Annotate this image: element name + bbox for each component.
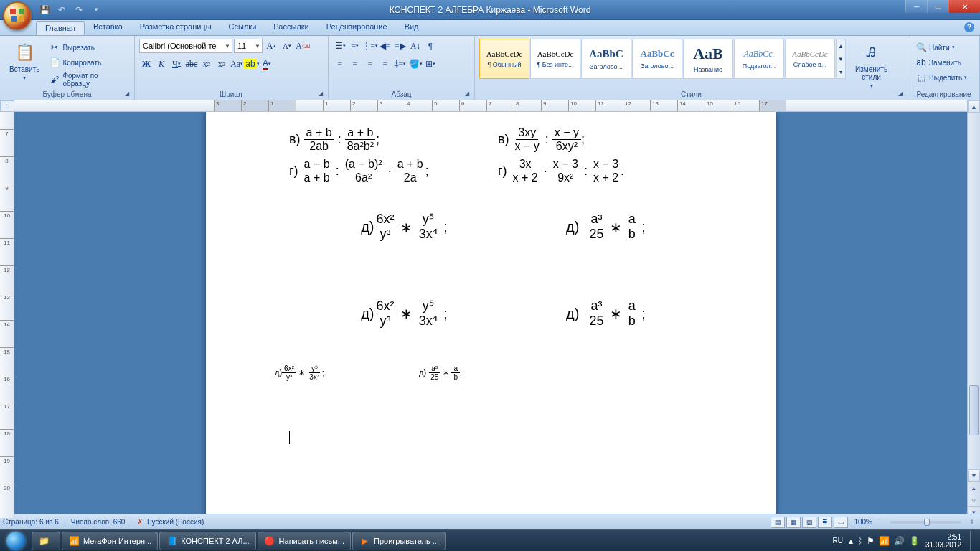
tab-view[interactable]: Вид bbox=[396, 20, 428, 35]
change-styles-button[interactable]: Ꭿ Изменить стили ▾ bbox=[850, 39, 892, 91]
zoom-out-button[interactable]: − bbox=[874, 518, 884, 526]
align-left-button[interactable]: ≡ bbox=[333, 57, 347, 71]
font-size-combo[interactable]: 11▼ bbox=[234, 39, 263, 53]
language-status[interactable]: Русский (Россия) bbox=[147, 518, 204, 526]
qat-more-icon[interactable]: ▼ bbox=[89, 3, 103, 17]
sort-button[interactable]: A↓ bbox=[408, 39, 423, 53]
highlight-button[interactable]: ab▾ bbox=[245, 57, 259, 71]
scroll-down-icon[interactable]: ▼ bbox=[968, 469, 980, 481]
help-icon[interactable]: ? bbox=[964, 22, 974, 32]
style-item[interactable]: AaBНазвание bbox=[683, 39, 733, 79]
italic-button[interactable]: К bbox=[154, 57, 169, 71]
full-screen-view-icon[interactable]: ▦ bbox=[786, 517, 801, 528]
find-button[interactable]: 🔍Найти▾ bbox=[913, 40, 970, 55]
ruler-corner[interactable]: L bbox=[0, 100, 14, 112]
taskbar-item[interactable]: 📘КОНСПЕКТ 2 АЛ... bbox=[159, 532, 255, 550]
replace-button[interactable]: abЗаменить bbox=[913, 55, 970, 70]
tab-insert[interactable]: Вставка bbox=[85, 20, 131, 35]
taskbar-item[interactable]: 📶МегаФон Интерн... bbox=[62, 532, 158, 550]
save-icon[interactable]: 💾 bbox=[37, 3, 52, 17]
line-spacing-button[interactable]: ‡≡▾ bbox=[393, 57, 407, 71]
gallery-down-icon[interactable]: ▼ bbox=[837, 52, 845, 65]
zoom-slider[interactable] bbox=[890, 521, 961, 524]
strike-button[interactable]: abc bbox=[184, 57, 199, 71]
style-item[interactable]: AaBbCc.Подзагол... bbox=[734, 39, 784, 79]
gallery-up-icon[interactable]: ▲ bbox=[837, 39, 845, 52]
maximize-button[interactable]: ▭ bbox=[927, 0, 948, 13]
language-indicator[interactable]: RU bbox=[832, 537, 842, 545]
tray-bt-icon[interactable]: ᛒ bbox=[857, 536, 862, 546]
tab-page-layout[interactable]: Разметка страницы bbox=[131, 20, 220, 35]
clock[interactable]: 2:51 31.03.2012 bbox=[925, 533, 961, 549]
shading-button[interactable]: 🪣▾ bbox=[408, 57, 423, 71]
bold-button[interactable]: Ж bbox=[139, 57, 154, 71]
bullets-button[interactable]: ☰▾ bbox=[333, 39, 347, 53]
tray-network-icon[interactable]: 📶 bbox=[879, 536, 890, 546]
style-item[interactable]: AaBbCcЗаголово... bbox=[632, 39, 682, 79]
style-item[interactable]: AaBbCcDcСлабое в... bbox=[785, 39, 835, 79]
paste-button[interactable]: 📋 Вставить ▾ bbox=[4, 39, 44, 83]
start-button[interactable] bbox=[1, 531, 30, 551]
horizontal-ruler[interactable]: 3211234567891011121314151617 bbox=[14, 100, 967, 112]
minimize-button[interactable]: ─ bbox=[905, 0, 927, 13]
page-status[interactable]: Страница: 6 из 6 bbox=[3, 518, 59, 526]
subscript-button[interactable]: x2 bbox=[199, 57, 214, 71]
cut-button[interactable]: ✂Вырезать bbox=[46, 40, 130, 55]
style-item[interactable]: AaBbCcDc¶ Обычный bbox=[479, 39, 529, 79]
font-launcher-icon[interactable]: ◢ bbox=[319, 90, 326, 98]
justify-button[interactable]: ≡ bbox=[378, 57, 392, 71]
scroll-up-icon[interactable]: ▲ bbox=[968, 100, 980, 113]
style-item[interactable]: AaBbCcDc¶ Без инте... bbox=[530, 39, 580, 79]
scroll-track[interactable] bbox=[968, 113, 980, 469]
font-name-combo[interactable]: Calibri (Основной те▼ bbox=[139, 39, 232, 53]
taskbar-item[interactable]: 📁 bbox=[32, 532, 60, 550]
select-button[interactable]: ⬚Выделить▾ bbox=[913, 70, 970, 85]
tab-references[interactable]: Ссылки bbox=[220, 20, 265, 35]
numbering-button[interactable]: ≡▾ bbox=[348, 39, 362, 53]
print-layout-view-icon[interactable]: ▤ bbox=[771, 517, 785, 528]
font-color-button[interactable]: A▾ bbox=[260, 57, 274, 71]
close-button[interactable]: ✕ bbox=[948, 0, 980, 13]
decrease-indent-button[interactable]: ◀≡ bbox=[378, 39, 392, 53]
web-layout-view-icon[interactable]: ▧ bbox=[802, 517, 816, 528]
align-center-button[interactable]: ≡ bbox=[348, 57, 362, 71]
taskbar-item[interactable]: ▶Проигрыватель ... bbox=[352, 532, 446, 550]
superscript-button[interactable]: x2 bbox=[215, 57, 229, 71]
gallery-more-icon[interactable]: ▾ bbox=[837, 65, 845, 78]
clear-format-button[interactable]: A⌫ bbox=[296, 39, 310, 53]
change-case-button[interactable]: Aa▾ bbox=[230, 57, 244, 71]
document-area[interactable]: в) a + b2ab : a + b8a²b² ; в) 3xyx − y :… bbox=[14, 112, 967, 518]
underline-button[interactable]: Ч▾ bbox=[169, 57, 184, 71]
zoom-in-button[interactable]: + bbox=[967, 518, 977, 526]
vertical-ruler[interactable]: 7891011121314151617181920 bbox=[0, 112, 14, 518]
redo-icon[interactable]: ↷ bbox=[72, 3, 86, 17]
browse-object-icon[interactable]: ○ bbox=[968, 494, 980, 506]
increase-indent-button[interactable]: ≡▶ bbox=[393, 39, 407, 53]
tray-battery-icon[interactable]: 🔋 bbox=[909, 536, 920, 546]
tab-mailings[interactable]: Рассылки bbox=[265, 20, 317, 35]
zoom-level[interactable]: 100% bbox=[854, 518, 872, 526]
styles-launcher-icon[interactable]: ◢ bbox=[898, 90, 905, 98]
draft-view-icon[interactable]: ▭ bbox=[834, 517, 848, 528]
undo-icon[interactable]: ↶ bbox=[55, 3, 69, 17]
tray-flag-icon[interactable]: ⚑ bbox=[867, 536, 875, 546]
tab-home[interactable]: Главная bbox=[36, 21, 85, 35]
clipboard-launcher-icon[interactable]: ◢ bbox=[125, 90, 132, 98]
tray-up-icon[interactable]: ▴ bbox=[849, 536, 853, 546]
align-right-button[interactable]: ≡ bbox=[363, 57, 377, 71]
para-launcher-icon[interactable]: ◢ bbox=[465, 90, 472, 98]
tray-volume-icon[interactable]: 🔊 bbox=[894, 536, 905, 546]
tab-review[interactable]: Рецензирование bbox=[318, 20, 396, 35]
word-count[interactable]: Число слов: 660 bbox=[71, 518, 126, 526]
multilevel-button[interactable]: ⋮≡▾ bbox=[363, 39, 377, 53]
proofing-icon[interactable]: ✗ bbox=[137, 518, 143, 526]
outline-view-icon[interactable]: ≣ bbox=[818, 517, 832, 528]
gallery-scroll[interactable]: ▲▼▾ bbox=[836, 39, 846, 79]
shrink-font-button[interactable]: A▾ bbox=[280, 39, 294, 53]
style-item[interactable]: AaBbCЗаголово... bbox=[581, 39, 631, 79]
scroll-thumb[interactable] bbox=[969, 385, 979, 435]
grow-font-button[interactable]: A▴ bbox=[264, 39, 278, 53]
format-painter-button[interactable]: 🖌Формат по образцу bbox=[46, 70, 130, 89]
prev-page-icon[interactable]: ▴ bbox=[968, 481, 980, 494]
vertical-scrollbar[interactable]: ▲ ▼ ▴ ○ ▾ bbox=[967, 100, 980, 518]
